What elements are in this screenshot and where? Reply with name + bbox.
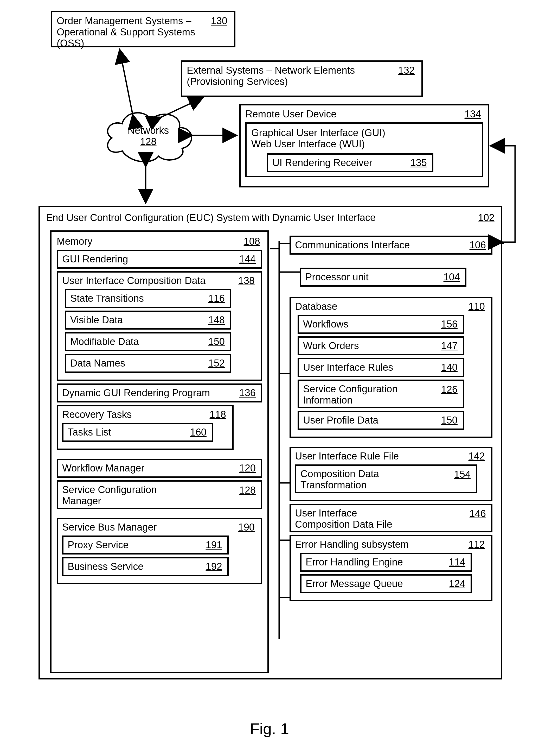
euc-ref: 102 (478, 212, 495, 223)
db-ref: 110 (469, 301, 485, 312)
dguir-box: Dynamic GUI Rendering Program 136 (57, 383, 262, 403)
visible-data-box: Visible Data 148 (65, 311, 231, 330)
networks-cloud: Networks 128 (102, 104, 195, 167)
err-box: Error Handling subsystem 112 Error Handl… (289, 535, 493, 601)
proxy-box: Proxy Service 191 (62, 535, 229, 554)
uirules-ref: 140 (441, 362, 458, 373)
modifiable-data-box: Modifiable Data 150 (65, 332, 231, 351)
state-transitions-box: State Transitions 116 (65, 289, 231, 308)
state-label: State Transitions (70, 293, 144, 304)
sbm-title: Service Bus Manager (62, 522, 157, 533)
uirf-box: User Interface Rule File 142 Composition… (289, 447, 493, 501)
sci-ref: 126 (441, 384, 458, 395)
workflows-label: Workflows (303, 319, 348, 330)
remote-gui2: Web User Interface (WUI) (251, 139, 477, 150)
scm-label: Service Configuration Manager (62, 484, 166, 507)
uirf-title: User Interface Rule File (295, 451, 399, 462)
uir-ref: 135 (411, 157, 427, 168)
workorders-ref: 147 (441, 340, 458, 351)
memory-ref: 108 (244, 236, 260, 247)
workflows-ref: 156 (441, 319, 458, 330)
err-engine-box: Error Handling Engine 114 (300, 553, 472, 572)
sbm-ref: 190 (238, 522, 255, 533)
comm-label: Communications Interface (295, 239, 410, 250)
err-queue-label: Error Message Queue (306, 578, 403, 589)
scm-box: Service Configuration Manager 128 (57, 480, 262, 509)
cdt-ref: 154 (454, 469, 471, 480)
uicdf-ref: 146 (470, 508, 486, 520)
oms-line2: Operational & Support Systems (OSS) (57, 27, 211, 49)
uicdf-box: User Interface Composition Data File 146 (289, 504, 493, 532)
memory-title: Memory (57, 236, 92, 247)
figure-caption: Fig. 1 (0, 720, 539, 738)
cdt-label: Composition Data Transformation (300, 468, 394, 491)
mod-label: Modifiable Data (70, 336, 139, 347)
uicdf-label: User Interface Composition Data File (295, 508, 404, 530)
proc-ref: 104 (443, 271, 460, 283)
workflow-ref: 120 (239, 463, 256, 474)
euc-title: End User Control Configuration (EUC) Sys… (46, 212, 473, 223)
visible-label: Visible Data (70, 315, 123, 326)
uicd-title: User Interface Composition Data (62, 275, 205, 286)
err-queue-ref: 124 (449, 578, 465, 589)
visible-ref: 148 (208, 315, 225, 326)
proc-box: Processor unit 104 (300, 268, 466, 287)
err-engine-label: Error Handling Engine (306, 557, 403, 568)
dguir-ref: 136 (239, 387, 256, 399)
state-ref: 116 (208, 293, 225, 304)
db-box: Database 110 Workflows 156 Work Orders 1… (289, 297, 493, 438)
uicd-ref: 138 (238, 275, 255, 286)
workflows-box: Workflows 156 (298, 315, 464, 334)
workorders-label: Work Orders (303, 340, 359, 351)
tasks-label: Tasks List (68, 427, 111, 437)
mod-ref: 150 (208, 336, 225, 347)
networks-text: Networks 128 (102, 125, 195, 147)
tasks-list-box: Tasks List 160 (62, 423, 213, 442)
remote-box: Remote User Device 134 Graphical User In… (239, 104, 489, 187)
uirf-ref: 142 (469, 451, 485, 462)
euc-box: End User Control Configuration (EUC) Sys… (38, 206, 502, 680)
uirules-label: User Interface Rules (303, 362, 393, 373)
workflow-label: Workflow Manager (62, 463, 144, 474)
uirules-box: User Interface Rules 140 (298, 358, 464, 377)
recovery-title: Recovery Tasks (62, 409, 132, 420)
oms-ref: 130 (211, 15, 227, 27)
sci-box: Service Configuration Information 126 (298, 380, 464, 408)
proc-label: Processor unit (305, 271, 369, 282)
ext-box: External Systems – Network Elements (Pro… (181, 60, 423, 97)
comm-ref: 106 (470, 239, 486, 251)
memory-box: Memory 108 GUI Rendering 144 User Interf… (50, 231, 269, 673)
gui-rendering-box: GUI Rendering 144 (57, 250, 262, 269)
err-title: Error Handling subsystem (295, 539, 409, 550)
gui-rendering-ref: 144 (239, 253, 256, 265)
db-title: Database (295, 301, 338, 312)
sci-label: Service Configuration Information (303, 383, 407, 406)
workorders-box: Work Orders 147 (298, 336, 464, 355)
biz-box: Business Service 192 (62, 557, 229, 576)
networks-ref: 128 (102, 136, 195, 147)
remote-gui-box: Graphical User Interface (GUI) Web User … (245, 122, 483, 177)
ext-line2: (Provisioning Services) (187, 76, 355, 87)
oms-box: Order Management Systems – Operational &… (51, 11, 235, 47)
ext-ref: 132 (398, 65, 415, 76)
ext-line1: External Systems – Network Elements (187, 65, 355, 76)
remote-title: Remote User Device (245, 109, 337, 120)
remote-gui1: Graphical User Interface (GUI) (251, 127, 477, 139)
err-engine-ref: 114 (449, 557, 465, 568)
cdt-box: Composition Data Transformation 154 (295, 464, 477, 493)
remote-ref: 134 (465, 109, 481, 120)
workflow-manager-box: Workflow Manager 120 (57, 459, 262, 478)
scm-ref: 128 (239, 485, 256, 496)
comm-box: Communications Interface 106 (289, 236, 493, 255)
names-ref: 152 (208, 358, 225, 369)
uicd-box: User Interface Composition Data 138 Stat… (57, 271, 262, 381)
names-label: Data Names (70, 358, 125, 369)
upd-label: User Profile Data (303, 415, 378, 425)
recovery-ref: 118 (210, 409, 226, 420)
data-names-box: Data Names 152 (65, 354, 231, 373)
proxy-label: Proxy Service (68, 539, 128, 550)
err-queue-box: Error Message Queue 124 (300, 574, 472, 593)
oms-line1: Order Management Systems – (57, 15, 211, 27)
proxy-ref: 191 (206, 539, 222, 551)
ui-rendering-receiver-box: UI Rendering Receiver 135 (267, 153, 433, 172)
